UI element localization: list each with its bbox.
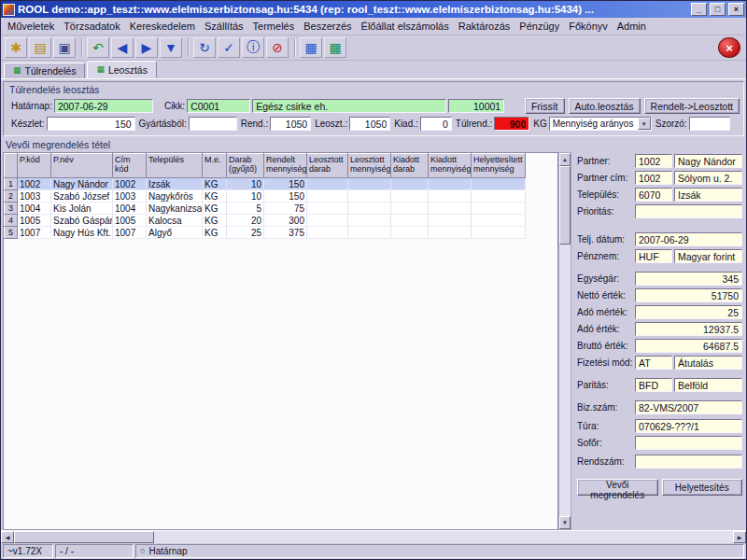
menu-kereskedelem[interactable]: Kereskedelem	[125, 19, 200, 34]
egysegar-input[interactable]	[635, 272, 742, 286]
netto-input[interactable]	[635, 288, 742, 302]
table-row[interactable]: 1 1002 Nagy Nándor 1002 Izsák KG 10 150	[5, 178, 526, 190]
ado-ertek-input[interactable]	[635, 322, 742, 336]
kiad-input[interactable]	[420, 117, 452, 131]
rendszam-input[interactable]	[635, 455, 742, 469]
telj-datum-input[interactable]	[635, 232, 742, 246]
menu-muveletek[interactable]: Műveletek	[3, 19, 59, 34]
partner-cim-code-input[interactable]	[635, 171, 672, 185]
maximize-button[interactable]: □	[710, 3, 726, 16]
rendelt-leosztott-button[interactable]: Rendelt->Leosztott	[644, 98, 740, 114]
col-header-helyettesitett[interactable]: Helyettesített mennyiség	[472, 154, 526, 178]
paritas-code-input[interactable]	[635, 378, 672, 392]
scroll-left-icon[interactable]: ◀	[1, 531, 14, 543]
sofor-input[interactable]	[635, 436, 742, 450]
col-header-rendelt[interactable]: Rendelt mennyiség	[264, 154, 307, 178]
row-number[interactable]: 3	[5, 203, 18, 215]
open-folder-icon[interactable]: ▤	[29, 37, 51, 58]
col-header-pnev[interactable]: P.név	[51, 154, 113, 178]
exit-icon[interactable]: ×	[718, 37, 740, 58]
auto-leosztas-button[interactable]: Auto.leosztás	[569, 98, 641, 114]
chevron-down-icon[interactable]: ▼	[638, 118, 651, 130]
vertical-scrollbar[interactable]: ▲ ▼	[558, 152, 571, 530]
undo-icon[interactable]: ↶	[87, 37, 109, 58]
penznem-name-input[interactable]	[674, 249, 742, 263]
scroll-up-icon[interactable]: ▲	[559, 153, 571, 166]
menu-eloallat-elszamolas[interactable]: Élőállat elszámolás	[357, 19, 454, 34]
vertical-scrollbar-track[interactable]	[559, 245, 571, 516]
col-header-cimkod[interactable]: Cím kód	[113, 154, 147, 178]
menu-szallitas[interactable]: Szállítás	[200, 19, 248, 34]
down-icon[interactable]: ▼	[160, 37, 182, 58]
partner-code-input[interactable]	[635, 154, 672, 168]
col-header-me[interactable]: M.e.	[203, 154, 227, 178]
prev-icon[interactable]: ◀	[111, 37, 134, 58]
cikk-id-input[interactable]	[448, 99, 504, 113]
cikk-code-input[interactable]	[187, 99, 250, 113]
helyettesites-button[interactable]: Helyettesítés	[662, 479, 743, 496]
table-row[interactable]: 3 1004 Kis Jolán 1004 Nagykanizsa KG 5 7…	[5, 203, 526, 215]
horizontal-scrollbar-track[interactable]	[154, 531, 733, 543]
table-row[interactable]: 2 1003 Szabó József 1003 Nagykőrös KG 10…	[5, 190, 526, 203]
col-header-darab[interactable]: Darab (gyűjtő)	[227, 154, 264, 178]
save-icon[interactable]: ▣	[53, 37, 76, 58]
bizszam-input[interactable]	[635, 400, 742, 414]
menu-torzsadatok[interactable]: Törzsadatok	[59, 19, 125, 34]
refresh-icon[interactable]: ↻	[193, 37, 216, 58]
next-icon[interactable]: ▶	[135, 37, 158, 58]
col-header-leosztott-darab[interactable]: Leosztott darab	[307, 154, 348, 178]
partner-cim-name-input[interactable]	[674, 171, 742, 185]
row-number[interactable]: 2	[5, 190, 18, 203]
sheet-icon[interactable]: ▦	[324, 37, 346, 58]
telepules-name-input[interactable]	[674, 188, 742, 202]
table-row[interactable]: 4 1005 Szabó Gáspár 1005 Kalocsa KG 20 3…	[5, 215, 526, 227]
row-number[interactable]: 1	[5, 178, 18, 190]
close-button[interactable]: ×	[728, 3, 744, 16]
szorzo-input[interactable]	[689, 117, 730, 131]
col-header-telepules[interactable]: Település	[147, 154, 203, 178]
row-number[interactable]: 4	[5, 215, 18, 227]
mennyiseg-mode-select[interactable]: Mennyiség arányos ▼	[549, 117, 652, 131]
penznem-code-input[interactable]	[635, 249, 672, 263]
leoszt-input[interactable]	[349, 117, 390, 131]
ado-mertek-input[interactable]	[635, 305, 742, 319]
scroll-down-icon[interactable]: ▼	[559, 516, 571, 529]
menu-admin[interactable]: Admin	[613, 19, 651, 34]
tab-leosztas[interactable]: ▦ Leosztás	[87, 61, 157, 78]
col-header-pkod[interactable]: P.kód	[18, 154, 51, 178]
col-header-leosztott-menny[interactable]: Leosztott mennyiség	[348, 154, 391, 178]
apply-icon[interactable]: ✓	[218, 37, 240, 58]
horizontal-scrollbar[interactable]: ◀ ▶	[1, 530, 746, 543]
minimize-button[interactable]: _	[691, 3, 707, 16]
table-row[interactable]: 5 1007 Nagy Hús Kft. 1007 Algyő KG 25 37…	[5, 227, 526, 239]
tools-icon[interactable]: ✱	[5, 37, 27, 58]
cikk-name-input[interactable]	[252, 99, 446, 113]
horizontal-scrollbar-thumb[interactable]	[14, 531, 154, 543]
paritas-name-input[interactable]	[674, 378, 742, 392]
partner-name-input[interactable]	[674, 154, 742, 168]
vertical-scrollbar-thumb[interactable]	[559, 166, 571, 245]
menu-termeles[interactable]: Termelés	[248, 19, 300, 34]
table-icon[interactable]: ▦	[300, 37, 322, 58]
menu-fokonyv[interactable]: Főkönyv	[564, 19, 613, 34]
menu-beszerzes[interactable]: Beszerzés	[299, 19, 356, 34]
tab-tulrendeles[interactable]: ▦ Túlrendelés	[4, 63, 85, 78]
radio-icon[interactable]: ○	[140, 547, 145, 555]
scroll-right-icon[interactable]: ▶	[733, 531, 746, 543]
keszlet-input[interactable]	[47, 117, 135, 131]
menu-penzugy[interactable]: Pénzügy	[514, 19, 564, 34]
col-header-kiadott-menny[interactable]: Kiadott mennyiség	[429, 154, 472, 178]
row-number[interactable]: 5	[5, 227, 18, 239]
fizetesi-name-input[interactable]	[674, 356, 742, 370]
hatarnap-input[interactable]	[54, 99, 153, 113]
menu-raktarozas[interactable]: Raktározás	[454, 19, 515, 34]
frissit-button[interactable]: Frissít	[525, 98, 565, 114]
tulrend-input[interactable]	[494, 117, 529, 131]
rend-input[interactable]	[270, 117, 311, 131]
gyartasbol-input[interactable]	[189, 117, 237, 131]
fizetesi-code-input[interactable]	[635, 356, 672, 370]
col-header-kiadott-darab[interactable]: Kiadott darab	[391, 154, 429, 178]
vevoi-megrendeles-button[interactable]: Vevői megrendelés	[577, 479, 658, 496]
prioritas-input[interactable]	[635, 204, 742, 218]
info-icon[interactable]: ⓘ	[242, 37, 264, 58]
